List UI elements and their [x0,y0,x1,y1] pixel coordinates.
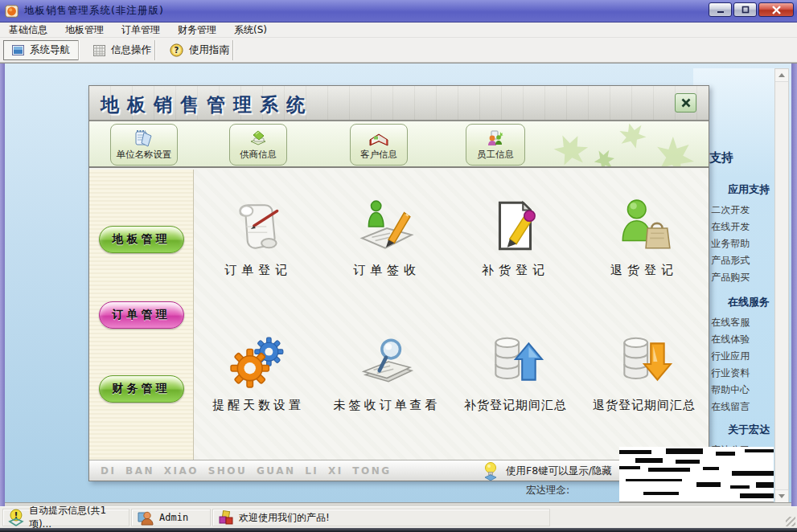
window-frame-bottom [0,528,797,532]
sidebar-button-finance-management[interactable]: 财务管理 [99,375,184,403]
close-button[interactable] [758,2,794,17]
inner-window-body: 地板管理 订单管理 财务管理 [89,170,709,460]
inner-close-icon [681,98,691,108]
svg-text:?: ? [175,46,179,55]
window-frame-left [0,63,5,506]
grid-item-return-period-summary[interactable]: 退货登记期间汇总 [580,325,709,460]
app-title: 地板销售管理系统(非注册版) [24,4,164,18]
database-up-icon [486,332,545,391]
user-icon [137,509,154,526]
database-down-icon [614,332,674,391]
status-welcome-message: 欢迎使用我们的产品! [212,509,550,526]
grid-icon [93,45,105,56]
supplier-book-icon [248,129,269,148]
close-icon [772,6,781,14]
grid-item-reminder-days-settings[interactable]: 提醒天数设置 [194,325,322,460]
sidebar-button-order-management[interactable]: 订单管理 [99,301,184,329]
window-frame-right [791,63,797,506]
arrow-down-icon [779,494,785,498]
lightbulb-icon [482,461,499,481]
person-bag-icon [614,197,674,256]
nav-button-label: 供商信息 [240,149,277,161]
alert-icon: ! [8,509,24,526]
cubes-icon [218,509,234,526]
document-search-icon [357,332,417,391]
gears-icon [228,332,288,391]
inner-window-title: 地板销售管理系统 [101,92,313,117]
maximize-icon [742,6,750,14]
sidebar-button-floor-management[interactable]: 地板管理 [99,226,184,253]
status-label: 自动提示信息(共1项)... [29,504,129,531]
app-toolbar: 系统导航 信息操作 ? 使用指南 [0,38,797,63]
category-sidebar: 地板管理 订单管理 财务管理 [89,170,194,460]
toolbar-separator [78,40,79,60]
nav-button-label: 客户信息 [360,149,397,161]
status-current-user: Admin [131,509,211,526]
question-mark-icon: ? [170,43,183,57]
grid-item-label: 提醒天数设置 [212,398,304,413]
inner-window-header: 地板销售管理系统 [89,86,709,121]
client-area: 支持 应用支持 二次开发 在线开发 业务帮助 产品形式 产品购买 在线服务 在线… [0,63,797,506]
inner-close-button[interactable] [675,93,696,113]
grid-item-label: 退货登记期间汇总 [593,398,696,413]
sign-pencil-icon [357,197,417,256]
grid-item-label: 订单签收 [353,263,421,278]
minimize-icon [717,6,725,14]
document-pencil-icon [486,197,545,256]
app-titlebar: 地板销售管理系统(非注册版) [0,0,797,23]
grid-item-unsigned-orders-view[interactable]: 未签收订单查看 [322,325,451,460]
inner-nav-toolbar: 单位名称设置 供商信息 客户信息 [89,121,709,168]
toolbar-system-navigation-button[interactable]: 系统导航 [3,40,79,60]
menu-floor-management[interactable]: 地板管理 [56,22,113,39]
nav-button-unit-name-settings[interactable]: 单位名称设置 [110,124,178,166]
toolbar-separator [154,40,155,60]
menubar: 基础信息 地板管理 订单管理 财务管理 系统(S) [0,23,797,38]
nav-button-employee-info[interactable]: 员工信息 [466,124,525,166]
pinyin-watermark: DI BAN XIAO SHOU GUAN LI XI TONG [101,465,392,477]
toolbar-button-label: 系统导航 [30,43,70,57]
grid-item-label: 补货登记 [482,263,549,278]
toolbar-button-label: 信息操作 [111,43,151,57]
menu-order-management[interactable]: 订单管理 [113,22,169,39]
nav-button-label: 单位名称设置 [117,149,172,161]
employees-icon [485,129,506,148]
app-logo-icon [5,4,19,18]
menu-system[interactable]: 系统(S) [225,22,276,39]
motto-text: 宏达理念: [526,484,569,497]
blue-square-icon [12,45,24,55]
main-inner-window: 地板销售管理系统 [88,85,709,481]
grid-item-restock-register[interactable]: 补货登记 [451,190,580,325]
arrow-up-icon [779,73,785,77]
grid-item-restock-period-summary[interactable]: 补货登记期间汇总 [451,325,580,460]
status-label: 欢迎使用我们的产品! [239,511,330,525]
maximize-button[interactable] [733,2,757,17]
minimize-button[interactable] [709,2,732,17]
menu-finance-management[interactable]: 财务管理 [169,22,225,39]
grid-item-return-register[interactable]: 退货登记 [580,190,709,325]
resize-grip[interactable] [786,517,795,526]
toolbar-info-operations-button[interactable]: 信息操作 [85,40,159,60]
nav-button-customer-info[interactable]: 客户信息 [350,124,408,166]
toolbar-user-guide-button[interactable]: ? 使用指南 [162,40,237,60]
grid-item-order-receipt[interactable]: 订单签收 [322,190,451,325]
status-auto-prompt[interactable]: ! 自动提示信息(共1项)... [2,509,129,526]
toolbar-button-label: 使用指南 [189,43,229,57]
function-grid-area: 订单登记 订单签收 [194,170,709,460]
redacted-block [619,447,774,503]
grid-item-label: 退货登记 [610,263,678,278]
grid-item-label: 未签收订单查看 [334,398,441,413]
f8-hint-text: 使用F8键可以显示/隐藏 [506,464,612,478]
grid-item-order-register[interactable]: 订单登记 [194,190,322,325]
scroll-up-button[interactable] [775,69,788,82]
support-panel-title: 支持 [709,150,733,166]
toolbar-separator [232,40,233,60]
scroll-pencil-icon [228,197,288,256]
nav-button-supplier-info[interactable]: 供商信息 [229,124,287,166]
grid-item-label: 订单登记 [224,263,292,278]
vertical-scrollbar[interactable] [774,68,789,503]
scroll-down-button[interactable] [775,489,788,502]
status-username: Admin [159,512,188,523]
nav-button-label: 员工信息 [477,149,514,161]
statusbar: ! 自动提示信息(共1项)... Admin 欢迎使用我们的产品! [0,506,797,528]
menu-basic-info[interactable]: 基础信息 [0,22,56,39]
